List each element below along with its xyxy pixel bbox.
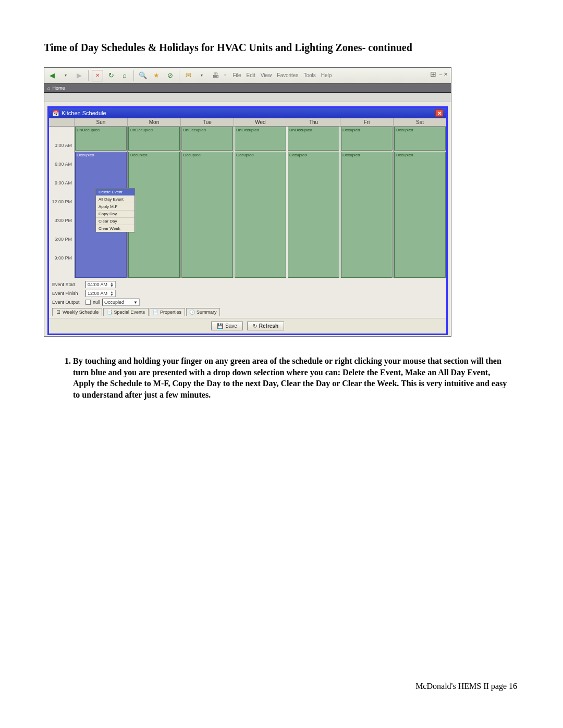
day-col-tue[interactable]: UnOccupied Occupied [180,127,234,278]
event-start-input[interactable]: 04:00 AM▲▼ [85,281,116,288]
ie-toolbar: ◀ ▾ ▶ ✕ ↻ ⌂ 🔍 ★ ⊘ ✉ ▾ 🖶 » File Edit View… [44,68,451,83]
event-output-label: Event Output [52,300,83,305]
day-header-fri: Fri [340,118,393,126]
ctx-delete-event[interactable]: Delete Event [96,189,134,196]
favorites-button[interactable]: ★ [151,70,162,81]
time-label: 9:00 PM [54,255,72,261]
home-button[interactable]: ⌂ [119,70,130,81]
forward-button[interactable]: ▶ [74,70,85,81]
day-header-sun: Sun [74,118,127,126]
mail-button[interactable]: ✉ [182,70,194,81]
event-block-occupied[interactable]: Occupied [341,127,393,151]
ctx-copy-day[interactable]: Copy Day [96,211,134,218]
tab-weekly-schedule[interactable]: 🗓 Weekly Schedule [52,308,102,316]
event-block-occupied[interactable]: Occupied [394,152,446,278]
menu-tools[interactable]: Tools [303,72,315,78]
tab-special-events[interactable]: 📑 Special Events [103,308,149,316]
menu-favorites[interactable]: Favorites [277,72,298,78]
time-gutter: 3:00 AM 6:00 AM 9:00 AM 12:00 PM 3:00 PM… [49,127,74,278]
schedule-body: Sun Mon Tue Wed Thu Fri Sat 3:00 AM 6:00… [49,118,446,334]
save-button[interactable]: 💾 Save [211,322,243,330]
menu-edit[interactable]: Edit [247,72,255,78]
menu-help[interactable]: Help [321,72,332,78]
properties-icon: 📄 [153,310,158,315]
refresh-icon: ↻ [253,323,257,329]
address-bar: ⌂ Home [44,83,451,93]
action-row: 💾 Save ↻ Refresh [49,318,446,334]
time-label: 6:00 AM [55,162,72,167]
window-title-text: Kitchen Schedule [62,110,106,116]
event-finish-label: Event Finish [52,291,83,296]
day-header-sat: Sat [393,118,446,126]
window-controls[interactable]: – ✕ [439,71,448,77]
null-label: null [93,300,100,305]
events-icon: 📑 [107,310,112,315]
time-label: 12:00 PM [52,199,72,204]
schedule-grid[interactable]: 3:00 AM 6:00 AM 9:00 AM 12:00 PM 3:00 PM… [49,127,446,278]
day-header-wed: Wed [234,118,287,126]
history-button[interactable]: ⊘ [164,70,176,81]
ctx-apply-mf[interactable]: Apply M-F [96,203,134,211]
ctx-clear-day[interactable]: Clear Day [96,218,134,225]
event-block-unoccupied[interactable]: UnOccupied [128,127,180,151]
stop-button[interactable]: ✕ [92,70,103,81]
day-header-row: Sun Mon Tue Wed Thu Fri Sat [49,118,446,127]
time-label: 9:00 AM [55,180,72,186]
refresh-button[interactable]: ↻ Refresh [247,322,284,330]
event-finish-input[interactable]: 12:00 AM▲▼ [85,290,116,297]
event-block-occupied[interactable]: Occupied [128,152,180,278]
event-block-unoccupied[interactable]: UnOccupied [181,127,233,151]
day-col-sun[interactable]: UnOccupied Occupied Delete Event All Day… [74,127,127,278]
day-header-mon: Mon [127,118,180,126]
mail-dropdown[interactable]: ▾ [196,70,207,81]
event-block-unoccupied[interactable]: UnOccupied [235,127,286,151]
tab-row: 🗓 Weekly Schedule 📑 Special Events 📄 Pro… [52,308,443,316]
event-start-label: Event Start [52,282,83,287]
address-text: Home [52,85,65,91]
home-icon: ⌂ [47,85,50,91]
menu-file[interactable]: File [232,72,241,78]
context-menu[interactable]: Delete Event All Day Event Apply M-F Cop… [95,188,135,232]
windows-flag-icon: ⊞ [430,70,436,78]
page-title: Time of Day Schedules & Holidays for HVA… [44,42,519,54]
day-col-sat[interactable]: Occupied Occupied [393,127,446,278]
day-col-wed[interactable]: UnOccupied Occupied [234,127,287,278]
day-col-fri[interactable]: Occupied Occupied [340,127,393,278]
event-block-unoccupied[interactable]: UnOccupied [75,127,127,151]
print-button[interactable]: 🖶 [210,70,221,81]
search-button[interactable]: 🔍 [137,70,149,81]
time-label: 3:00 AM [55,143,72,148]
day-header-tue: Tue [180,118,234,126]
event-block-unoccupied[interactable]: UnOccupied [288,127,339,151]
window-titlebar: 📅 Kitchen Schedule ✕ [49,108,446,118]
event-block-occupied[interactable]: Occupied [181,152,233,278]
save-icon: 💾 [217,323,223,329]
summary-icon: 🕒 [190,310,195,315]
instruction-text: By touching and holding your finger on a… [73,356,507,399]
event-block-occupied[interactable]: Occupied [394,127,446,151]
close-button[interactable]: ✕ [435,109,443,117]
menu-view[interactable]: View [261,72,272,78]
instruction-list: By touching and holding your finger on a… [63,355,510,400]
ie-menu-bar: File Edit View Favorites Tools Help [232,72,332,78]
event-output-select[interactable]: Occupied▼ [102,299,140,306]
event-block-occupied[interactable]: Occupied [235,152,286,278]
back-dropdown[interactable]: ▾ [60,70,71,81]
app-screenshot: ◀ ▾ ▶ ✕ ↻ ⌂ 🔍 ★ ⊘ ✉ ▾ 🖶 » File Edit View… [44,67,451,337]
schedule-icon: 📅 [52,110,59,117]
time-label: 6:00 PM [54,237,72,242]
tab-summary[interactable]: 🕒 Summary [186,308,221,316]
tab-properties[interactable]: 📄 Properties [150,308,185,316]
refresh-button[interactable]: ↻ [105,70,117,81]
back-button[interactable]: ◀ [46,70,58,81]
event-block-occupied[interactable]: Occupied [288,152,339,278]
day-header-thu: Thu [287,118,340,126]
ctx-all-day-event[interactable]: All Day Event [96,196,134,203]
day-col-mon[interactable]: UnOccupied Occupied [127,127,180,278]
day-col-thu[interactable]: UnOccupied Occupied [287,127,340,278]
calendar-icon: 🗓 [56,310,61,315]
null-checkbox[interactable] [85,300,91,305]
ctx-clear-week[interactable]: Clear Week [96,225,134,232]
event-block-occupied[interactable]: Occupied [341,152,393,278]
content-strip [44,93,451,102]
